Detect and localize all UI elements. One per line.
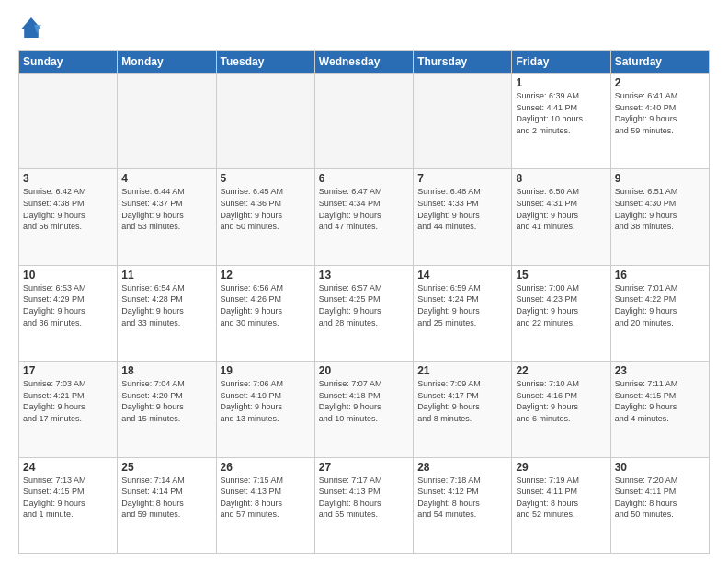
day-number: 17: [23, 364, 113, 377]
calendar-cell: [216, 74, 314, 169]
calendar-week-row: 1Sunrise: 6:39 AM Sunset: 4:41 PM Daylig…: [19, 74, 710, 169]
calendar-cell: 20Sunrise: 7:07 AM Sunset: 4:18 PM Dayli…: [314, 362, 413, 457]
day-info: Sunrise: 6:45 AM Sunset: 4:36 PM Dayligh…: [221, 186, 311, 232]
day-info: Sunrise: 7:07 AM Sunset: 4:18 PM Dayligh…: [319, 378, 409, 424]
calendar-cell: 10Sunrise: 6:53 AM Sunset: 4:29 PM Dayli…: [19, 265, 118, 361]
calendar-cell: 21Sunrise: 7:09 AM Sunset: 4:17 PM Dayli…: [414, 362, 512, 457]
calendar-cell: 18Sunrise: 7:04 AM Sunset: 4:20 PM Dayli…: [118, 362, 216, 457]
calendar-week-row: 24Sunrise: 7:13 AM Sunset: 4:15 PM Dayli…: [19, 457, 710, 553]
day-info: Sunrise: 7:20 AM Sunset: 4:11 PM Dayligh…: [615, 475, 705, 521]
day-number: 25: [121, 461, 211, 474]
calendar-cell: 15Sunrise: 7:00 AM Sunset: 4:23 PM Dayli…: [512, 265, 610, 361]
day-number: 10: [23, 269, 113, 282]
day-number: 29: [516, 461, 606, 474]
calendar-week-row: 17Sunrise: 7:03 AM Sunset: 4:21 PM Dayli…: [19, 362, 710, 457]
day-info: Sunrise: 7:04 AM Sunset: 4:20 PM Dayligh…: [121, 378, 211, 424]
day-number: 9: [615, 172, 705, 185]
calendar-cell: 8Sunrise: 6:50 AM Sunset: 4:31 PM Daylig…: [512, 169, 610, 265]
calendar-cell: 7Sunrise: 6:48 AM Sunset: 4:33 PM Daylig…: [414, 169, 512, 265]
calendar-cell: 19Sunrise: 7:06 AM Sunset: 4:19 PM Dayli…: [216, 362, 314, 457]
calendar-cell: 17Sunrise: 7:03 AM Sunset: 4:21 PM Dayli…: [19, 362, 118, 457]
day-info: Sunrise: 7:19 AM Sunset: 4:11 PM Dayligh…: [516, 475, 606, 521]
day-info: Sunrise: 7:09 AM Sunset: 4:17 PM Dayligh…: [417, 378, 507, 424]
calendar-cell: 12Sunrise: 6:56 AM Sunset: 4:26 PM Dayli…: [216, 265, 314, 361]
weekday-header-friday: Friday: [512, 51, 610, 74]
day-info: Sunrise: 6:54 AM Sunset: 4:28 PM Dayligh…: [121, 282, 211, 328]
day-info: Sunrise: 6:39 AM Sunset: 4:41 PM Dayligh…: [516, 90, 606, 136]
day-info: Sunrise: 7:01 AM Sunset: 4:22 PM Dayligh…: [615, 282, 705, 328]
calendar-cell: 5Sunrise: 6:45 AM Sunset: 4:36 PM Daylig…: [216, 169, 314, 265]
logo: [18, 15, 48, 40]
calendar-cell: [414, 74, 512, 169]
day-info: Sunrise: 7:06 AM Sunset: 4:19 PM Dayligh…: [221, 378, 311, 424]
day-number: 12: [221, 269, 311, 282]
day-info: Sunrise: 7:15 AM Sunset: 4:13 PM Dayligh…: [221, 475, 311, 521]
calendar-cell: 13Sunrise: 6:57 AM Sunset: 4:25 PM Dayli…: [314, 265, 413, 361]
weekday-header-monday: Monday: [118, 51, 216, 74]
calendar-cell: 1Sunrise: 6:39 AM Sunset: 4:41 PM Daylig…: [512, 74, 610, 169]
calendar-cell: [19, 74, 118, 169]
day-info: Sunrise: 6:47 AM Sunset: 4:34 PM Dayligh…: [319, 186, 409, 232]
weekday-header-wednesday: Wednesday: [314, 51, 413, 74]
weekday-header-row: SundayMondayTuesdayWednesdayThursdayFrid…: [19, 51, 710, 74]
day-number: 8: [516, 172, 606, 185]
day-info: Sunrise: 6:53 AM Sunset: 4:29 PM Dayligh…: [23, 282, 113, 328]
day-info: Sunrise: 7:13 AM Sunset: 4:15 PM Dayligh…: [23, 475, 113, 521]
header: [18, 15, 710, 40]
day-info: Sunrise: 6:42 AM Sunset: 4:38 PM Dayligh…: [23, 186, 113, 232]
calendar-cell: 4Sunrise: 6:44 AM Sunset: 4:37 PM Daylig…: [118, 169, 216, 265]
day-number: 20: [319, 364, 409, 377]
day-number: 19: [221, 364, 311, 377]
day-number: 30: [615, 461, 705, 474]
day-info: Sunrise: 6:51 AM Sunset: 4:30 PM Dayligh…: [615, 186, 705, 232]
day-number: 5: [221, 172, 311, 185]
weekday-header-thursday: Thursday: [414, 51, 512, 74]
day-number: 21: [417, 364, 507, 377]
day-info: Sunrise: 7:03 AM Sunset: 4:21 PM Dayligh…: [23, 378, 113, 424]
calendar-cell: 26Sunrise: 7:15 AM Sunset: 4:13 PM Dayli…: [216, 457, 314, 553]
calendar-cell: 16Sunrise: 7:01 AM Sunset: 4:22 PM Dayli…: [610, 265, 709, 361]
logo-icon: [18, 15, 44, 40]
day-number: 22: [516, 364, 606, 377]
day-number: 24: [23, 461, 113, 474]
calendar-cell: 24Sunrise: 7:13 AM Sunset: 4:15 PM Dayli…: [19, 457, 118, 553]
day-number: 6: [319, 172, 409, 185]
calendar-cell: 25Sunrise: 7:14 AM Sunset: 4:14 PM Dayli…: [118, 457, 216, 553]
day-info: Sunrise: 6:59 AM Sunset: 4:24 PM Dayligh…: [417, 282, 507, 328]
day-info: Sunrise: 6:48 AM Sunset: 4:33 PM Dayligh…: [417, 186, 507, 232]
calendar-cell: 23Sunrise: 7:11 AM Sunset: 4:15 PM Dayli…: [610, 362, 709, 457]
day-number: 14: [417, 269, 507, 282]
day-number: 4: [121, 172, 211, 185]
day-number: 3: [23, 172, 113, 185]
day-number: 18: [121, 364, 211, 377]
weekday-header-saturday: Saturday: [610, 51, 709, 74]
day-number: 27: [319, 461, 409, 474]
day-number: 1: [516, 76, 606, 89]
day-number: 2: [615, 76, 705, 89]
day-info: Sunrise: 6:44 AM Sunset: 4:37 PM Dayligh…: [121, 186, 211, 232]
day-info: Sunrise: 7:17 AM Sunset: 4:13 PM Dayligh…: [319, 475, 409, 521]
day-info: Sunrise: 6:50 AM Sunset: 4:31 PM Dayligh…: [516, 186, 606, 232]
day-info: Sunrise: 7:18 AM Sunset: 4:12 PM Dayligh…: [417, 475, 507, 521]
calendar-cell: 30Sunrise: 7:20 AM Sunset: 4:11 PM Dayli…: [610, 457, 709, 553]
calendar-cell: 2Sunrise: 6:41 AM Sunset: 4:40 PM Daylig…: [610, 74, 709, 169]
day-info: Sunrise: 7:00 AM Sunset: 4:23 PM Dayligh…: [516, 282, 606, 328]
calendar: SundayMondayTuesdayWednesdayThursdayFrid…: [18, 50, 710, 554]
day-number: 13: [319, 269, 409, 282]
day-number: 7: [417, 172, 507, 185]
day-info: Sunrise: 6:57 AM Sunset: 4:25 PM Dayligh…: [319, 282, 409, 328]
calendar-cell: 11Sunrise: 6:54 AM Sunset: 4:28 PM Dayli…: [118, 265, 216, 361]
calendar-cell: 9Sunrise: 6:51 AM Sunset: 4:30 PM Daylig…: [610, 169, 709, 265]
day-info: Sunrise: 6:41 AM Sunset: 4:40 PM Dayligh…: [615, 90, 705, 136]
day-number: 28: [417, 461, 507, 474]
calendar-cell: 14Sunrise: 6:59 AM Sunset: 4:24 PM Dayli…: [414, 265, 512, 361]
day-number: 26: [221, 461, 311, 474]
weekday-header-sunday: Sunday: [19, 51, 118, 74]
calendar-week-row: 10Sunrise: 6:53 AM Sunset: 4:29 PM Dayli…: [19, 265, 710, 361]
day-number: 16: [615, 269, 705, 282]
weekday-header-tuesday: Tuesday: [216, 51, 314, 74]
day-number: 11: [121, 269, 211, 282]
calendar-cell: 6Sunrise: 6:47 AM Sunset: 4:34 PM Daylig…: [314, 169, 413, 265]
day-number: 23: [615, 364, 705, 377]
calendar-cell: 29Sunrise: 7:19 AM Sunset: 4:11 PM Dayli…: [512, 457, 610, 553]
